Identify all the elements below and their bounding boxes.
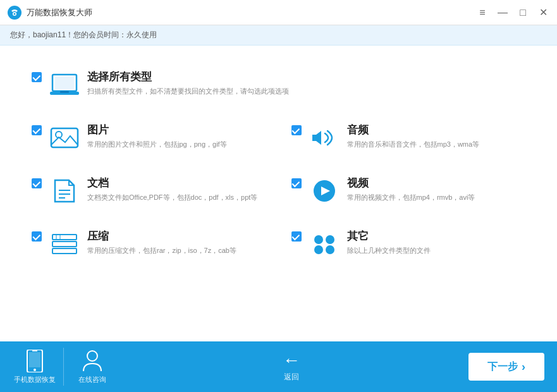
- svg-rect-24: [29, 352, 40, 367]
- checkbox-video[interactable]: [291, 178, 302, 188]
- category-other-name: 其它: [347, 229, 526, 243]
- category-video-name: 视频: [347, 176, 526, 190]
- main-content: 选择所有类型 扫描所有类型文件，如不清楚要找回的文件类型，请勾选此项选项 图片 …: [0, 46, 557, 341]
- category-video-info: 视频 常用的视频文件，包括mp4，rmvb，avi等: [347, 176, 526, 202]
- category-all-name: 选择所有类型: [87, 70, 525, 84]
- svg-rect-16: [52, 248, 77, 254]
- category-image-name: 图片: [87, 123, 266, 137]
- hamburger-icon[interactable]: ≡: [476, 6, 489, 19]
- category-audio-desc: 常用的音乐和语音文件，包括mp3，wma等: [347, 140, 526, 149]
- category-compress[interactable]: 压缩 常用的压缩文件，包括rar，zip，iso，7z，cab等: [19, 217, 279, 271]
- svg-rect-6: [60, 91, 69, 93]
- next-step-button[interactable]: 下一步 ›: [468, 353, 544, 381]
- checkbox-audio[interactable]: [291, 125, 302, 135]
- next-arrow-icon: ›: [522, 360, 525, 374]
- phone-recovery-label: 手机数据恢复: [14, 375, 56, 384]
- window-controls: ≡ — □ ✕: [476, 6, 549, 19]
- category-video[interactable]: 视频 常用的视频文件，包括mp4，rmvb，avi等: [279, 164, 539, 217]
- category-grid: 选择所有类型 扫描所有类型文件，如不清楚要找回的文件类型，请勾选此项选项 图片 …: [19, 58, 538, 271]
- image-icon: [49, 123, 80, 153]
- category-other-info: 其它 除以上几种文件类型的文件: [347, 229, 526, 255]
- back-button[interactable]: ← 返回: [283, 352, 300, 383]
- document-icon: [49, 176, 80, 206]
- checkbox-compress[interactable]: [32, 231, 42, 242]
- category-all[interactable]: 选择所有类型 扫描所有类型文件，如不清楚要找回的文件类型，请勾选此项选项: [19, 58, 538, 111]
- category-compress-name: 压缩: [87, 229, 266, 243]
- phone-icon: [23, 350, 46, 372]
- person-icon: [81, 350, 104, 372]
- member-info: 您好，baojian11！您的会员时间：永久使用: [10, 30, 157, 40]
- back-arrow-icon: ←: [283, 352, 300, 369]
- minimize-button[interactable]: —: [496, 6, 509, 19]
- online-consult-label: 在线咨询: [78, 375, 106, 384]
- category-document-info: 文档 文档类文件如Office,PDF等，包括doc，pdf，xls，ppt等: [87, 176, 266, 202]
- category-video-desc: 常用的视频文件，包括mp4，rmvb，avi等: [347, 193, 526, 202]
- category-image-info: 图片 常用的图片文件和照片，包括jpg，png，gif等: [87, 123, 266, 149]
- svg-rect-15: [52, 242, 77, 247]
- next-step-label: 下一步: [487, 360, 518, 374]
- audio-icon: [309, 123, 340, 153]
- laptop-icon: [49, 70, 80, 100]
- checkbox-other[interactable]: [291, 231, 302, 242]
- category-other[interactable]: 其它 除以上几种文件类型的文件: [279, 217, 539, 271]
- back-label: 返回: [284, 372, 299, 383]
- checkbox-image[interactable]: [32, 125, 42, 135]
- checkbox-all[interactable]: [32, 72, 42, 82]
- divider-1: [63, 348, 64, 386]
- svg-rect-7: [51, 128, 78, 147]
- online-consult-button[interactable]: 在线咨询: [70, 345, 114, 389]
- video-icon: [309, 176, 340, 206]
- bottom-bar: 手机数据恢复 在线咨询 ← 返回 下一步 ›: [0, 341, 557, 392]
- category-compress-info: 压缩 常用的压缩文件，包括rar，zip，iso，7z，cab等: [87, 229, 266, 255]
- category-other-desc: 除以上几种文件类型的文件: [347, 246, 526, 255]
- category-audio-name: 音频: [347, 123, 526, 137]
- other-icon: [309, 229, 340, 259]
- svg-point-21: [314, 245, 323, 254]
- app-logo: [8, 6, 21, 20]
- svg-point-22: [326, 245, 334, 254]
- checkbox-document[interactable]: [32, 178, 42, 188]
- category-image[interactable]: 图片 常用的图片文件和照片，包括jpg，png，gif等: [19, 111, 279, 164]
- category-document-desc: 文档类文件如Office,PDF等，包括doc，pdf，xls，ppt等: [87, 193, 266, 202]
- category-document-name: 文档: [87, 176, 266, 190]
- svg-point-27: [87, 351, 97, 361]
- category-all-info: 选择所有类型 扫描所有类型文件，如不清楚要找回的文件类型，请勾选此项选项: [87, 70, 525, 96]
- svg-point-19: [314, 235, 323, 244]
- restore-button[interactable]: □: [517, 6, 529, 19]
- svg-point-20: [326, 235, 334, 244]
- category-image-desc: 常用的图片文件和照片，包括jpg，png，gif等: [87, 140, 266, 149]
- category-compress-desc: 常用的压缩文件，包括rar，zip，iso，7z，cab等: [87, 246, 266, 255]
- category-document[interactable]: 文档 文档类文件如Office,PDF等，包括doc，pdf，xls，ppt等: [19, 164, 279, 217]
- category-audio[interactable]: 音频 常用的音乐和语音文件，包括mp3，wma等: [279, 111, 539, 164]
- svg-point-2: [14, 13, 16, 15]
- bottom-center: ← 返回: [114, 352, 468, 383]
- phone-recovery-button[interactable]: 手机数据恢复: [13, 345, 57, 389]
- svg-rect-4: [55, 77, 74, 89]
- close-button[interactable]: ✕: [537, 6, 549, 19]
- compress-icon: [49, 229, 80, 259]
- app-title: 万能数据恢复大师: [27, 7, 476, 18]
- info-bar: 您好，baojian11！您的会员时间：永久使用: [0, 25, 557, 46]
- svg-point-25: [34, 369, 36, 371]
- title-bar: 万能数据恢复大师 ≡ — □ ✕: [0, 0, 557, 25]
- category-all-desc: 扫描所有类型文件，如不清楚要找回的文件类型，请勾选此项选项: [87, 87, 525, 96]
- category-audio-info: 音频 常用的音乐和语音文件，包括mp3，wma等: [347, 123, 526, 149]
